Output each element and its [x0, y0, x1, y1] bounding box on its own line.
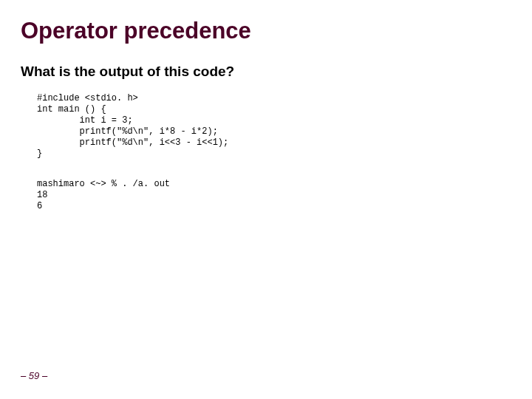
output-block: mashimaro <~> % . /a. out 18 6	[37, 179, 511, 212]
page-number: – 59 –	[21, 370, 47, 381]
slide-question: What is the output of this code?	[21, 64, 511, 80]
code-block: #include <stdio. h> int main () { int i …	[37, 93, 511, 160]
slide: Operator precedence What is the output o…	[0, 0, 532, 399]
slide-title: Operator precedence	[21, 18, 511, 44]
